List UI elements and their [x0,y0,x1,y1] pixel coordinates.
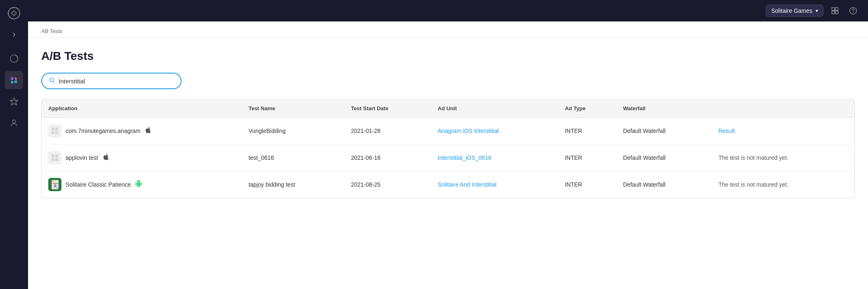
sidebar-item-dashboard[interactable] [5,71,23,89]
ab-tests-table: Application Test Name Test Start Date Ad… [41,99,855,198]
search-icon [49,77,55,85]
svg-line-10 [53,81,54,83]
sidebar [0,0,28,289]
breadcrumb: AB Tests [28,21,868,38]
test-name-1: test_0616 [242,144,344,171]
svg-rect-15 [52,154,54,157]
ad-type-0: INTER [558,118,616,144]
col-result [712,99,854,118]
table-row: com.7minutegames.anagramVungleBidding202… [42,118,854,144]
app-cell-0: com.7minutegames.anagram [42,118,242,144]
app-icon-1 [48,151,61,164]
main-wrapper: Solitaire Games ▾ AB Tests A [28,0,868,289]
ad-type-2: INTER [558,171,616,198]
table-header-row: Application Test Name Test Start Date Ad… [42,99,854,118]
result-2: The test is not matured yet. [712,171,854,198]
app-icon-0 [48,124,61,137]
svg-point-8 [853,12,853,12]
svg-point-9 [50,78,54,82]
app-name-0: com.7minutegames.anagram [66,128,140,134]
search-input[interactable] [59,78,174,85]
svg-rect-17 [52,158,54,161]
waterfall-0: Default Waterfall [616,118,712,144]
svg-rect-6 [835,11,838,14]
col-application: Application [42,99,242,118]
app-selector-label: Solitaire Games [771,7,812,14]
col-test-start-date: Test Start Date [344,99,431,118]
search-wrapper [41,73,182,89]
app-icon-2: 🃏 [48,178,61,191]
svg-point-0 [8,7,20,19]
svg-rect-11 [52,128,54,130]
page-title: A/B Tests [41,50,855,63]
svg-rect-4 [835,8,838,11]
svg-rect-12 [55,128,58,130]
content-area: AB Tests A/B Tests [28,21,868,289]
sidebar-item-analytics[interactable] [5,50,23,68]
ad-unit-2[interactable]: Solitaire And Interstitial [431,171,558,198]
app-selector[interactable]: Solitaire Games ▾ [766,5,823,17]
search-container [41,73,855,89]
sidebar-item-users[interactable] [5,114,23,132]
expand-button[interactable] [7,28,21,41]
ad-unit-1[interactable]: Interstitial_iOS_0616 [431,144,558,171]
table-row: applovin testtest_06162021-06-16Intersti… [42,144,854,171]
test-start-date-2: 2021-08-25 [344,171,431,198]
chevron-down-icon: ▾ [816,8,818,14]
svg-rect-18 [55,158,58,161]
col-waterfall: Waterfall [616,99,712,118]
layout-icon-button[interactable] [828,4,842,17]
svg-rect-3 [832,8,835,11]
test-start-date-0: 2021-01-28 [344,118,431,144]
svg-rect-16 [55,154,58,157]
topbar: Solitaire Games ▾ [28,0,868,21]
waterfall-1: Default Waterfall [616,144,712,171]
result-1: The test is not matured yet. [712,144,854,171]
svg-point-2 [12,120,15,123]
help-icon-button[interactable] [847,4,860,17]
logo [6,5,22,21]
app-name-2: Solitaire Classic Patience [66,181,131,188]
sidebar-item-campaigns[interactable] [5,92,23,111]
col-ad-type: Ad Type [558,99,616,118]
test-name-2: tapjoy bidding test [242,171,344,198]
waterfall-2: Default Waterfall [616,171,712,198]
test-start-date-1: 2021-06-16 [344,144,431,171]
platform-icon-2 [135,180,142,190]
ad-unit-0[interactable]: Anagram iOS Interstitial [431,118,558,144]
page-body: A/B Tests [28,38,868,210]
table-row: 🃏Solitaire Classic Patiencetapjoy biddin… [42,171,854,198]
app-name-1: applovin test [66,154,98,161]
ad-type-1: INTER [558,144,616,171]
svg-rect-14 [55,131,58,134]
platform-icon-1 [102,153,110,163]
result-0[interactable]: Result [712,118,854,144]
col-test-name: Test Name [242,99,344,118]
svg-rect-13 [52,131,54,134]
svg-rect-5 [832,11,835,14]
platform-icon-0 [144,126,152,136]
app-cell-1: applovin test [42,144,242,171]
test-name-0: VungleBidding [242,118,344,144]
col-ad-unit: Ad Unit [431,99,558,118]
app-cell-2: 🃏Solitaire Classic Patience [42,171,242,198]
